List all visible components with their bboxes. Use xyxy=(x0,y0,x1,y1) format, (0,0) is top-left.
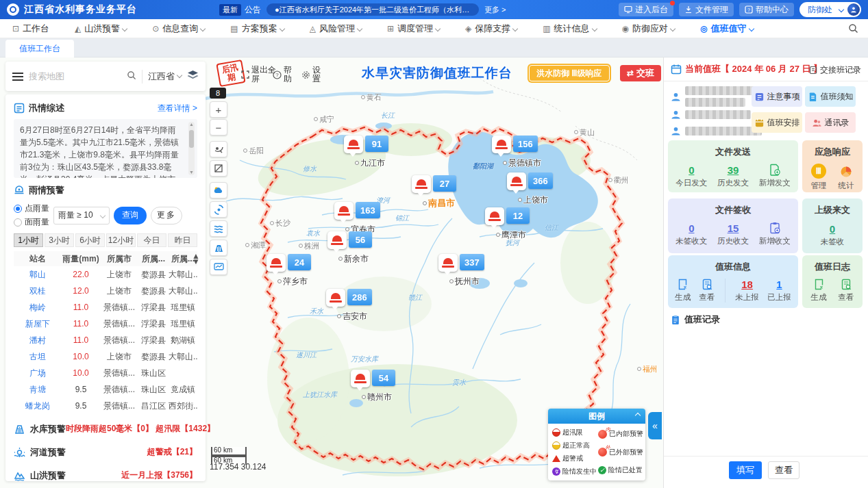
nav-search-icon[interactable] xyxy=(848,23,858,36)
map-marker-yichun[interactable]: 163宜春市 xyxy=(334,202,380,220)
time-tab-3h[interactable]: 3小时 xyxy=(45,233,74,247)
zoom-in-button[interactable]: + xyxy=(210,101,227,118)
reservoir-alert-row[interactable]: 水库预警时段降雨超50毫米【0】 超汛限【1432】 xyxy=(14,420,197,438)
fill-in-button[interactable]: 填写 xyxy=(729,461,762,479)
search-icon[interactable] xyxy=(127,70,136,83)
department-selector[interactable]: 防御处 xyxy=(799,2,861,17)
contacts-button[interactable]: 通讯录 xyxy=(805,112,856,133)
search-input[interactable] xyxy=(29,71,121,81)
flood-response-level-button[interactable]: 洪水防御 Ⅲ级响应 xyxy=(529,65,610,81)
reservoir-layer-button[interactable] xyxy=(210,240,227,256)
map-marker-shangrao[interactable]: 366上饶市 xyxy=(507,172,553,190)
duty-info-view[interactable]: 查看 xyxy=(699,279,715,303)
table-row[interactable]: 双桂12.0上饶市婺源县大鄣山... xyxy=(14,283,197,299)
duty-log-generate[interactable]: 生成 xyxy=(811,279,827,303)
reported-stat[interactable]: 1已上报 xyxy=(767,279,791,303)
emergency-manage-action[interactable]: Ⅲ管理 xyxy=(811,164,827,191)
more-button[interactable]: 更多 xyxy=(151,207,182,224)
monitor-chart-button[interactable] xyxy=(210,259,227,275)
history-sent-stat[interactable]: 39历史发文 xyxy=(717,164,749,188)
weather-layer-button[interactable] xyxy=(210,182,227,198)
query-button[interactable]: 查询 xyxy=(114,207,147,224)
alarm-icon xyxy=(412,175,431,193)
nav-item-workbench[interactable]: ⊡工作台 xyxy=(12,23,49,35)
history-received-stat[interactable]: 15历史收文 xyxy=(717,222,749,246)
enter-backend-button[interactable]: 进入后台 xyxy=(619,3,673,16)
nav-item-support[interactable]: ◈保障支撑 xyxy=(465,23,517,35)
nav-item-defense[interactable]: ◉防御应对 xyxy=(622,23,675,35)
radio-point-rain[interactable]: 点雨量 xyxy=(14,203,49,214)
map-help-button[interactable]: ? 帮助 xyxy=(273,66,296,84)
time-tab-12h[interactable]: 12小时 xyxy=(106,233,136,247)
nav-item-plans[interactable]: ▤方案预案 xyxy=(230,23,284,35)
duty-guide-button[interactable]: 值班须知 xyxy=(805,86,856,107)
summary-detail-link[interactable]: 查看详情 > xyxy=(158,103,197,114)
table-row[interactable]: 广场10.0景德镇...珠山区 xyxy=(14,365,197,381)
map-settings-button[interactable]: 设置 xyxy=(301,66,326,84)
typhoon-layer-button[interactable] xyxy=(210,201,227,218)
notice-more-link[interactable]: 更多 > xyxy=(484,5,506,15)
unsigned-stat[interactable]: 0未签收文 xyxy=(675,222,707,246)
table-row[interactable]: 新屋下11.0景德镇...浮梁县瑶里镇 xyxy=(14,316,197,332)
time-tab-today[interactable]: 今日 xyxy=(137,233,166,247)
map-marker-nanchang[interactable]: 27南昌市 xyxy=(412,175,456,193)
table-scroll-arrows[interactable]: ▲▼ xyxy=(192,253,200,264)
panel-collapse-button[interactable]: « xyxy=(648,412,662,439)
nav-item-info-query[interactable]: ⊙信息查询 xyxy=(152,23,205,35)
measure-tool-button[interactable] xyxy=(210,160,227,177)
map-marker-yingtan[interactable]: 12鹰潭市 xyxy=(485,207,530,225)
flash-flood-alert-row[interactable]: 山洪预警近一月上报【3756】 xyxy=(14,466,197,485)
time-tab-yesterday[interactable]: 昨日 xyxy=(168,233,197,247)
shift-handover-button[interactable]: ⇄交班 xyxy=(620,65,661,81)
river-alert-row[interactable]: 河道预警超警戒【21】 xyxy=(14,443,197,461)
time-tab-6h[interactable]: 6小时 xyxy=(75,233,105,247)
legend-header[interactable]: 图例 xyxy=(548,409,645,424)
map-marker-xinyu[interactable]: 56新余市 xyxy=(327,231,372,249)
map-marker-jiujiang[interactable]: 91九江市 xyxy=(344,136,388,153)
new-send-action[interactable]: 新增发文 xyxy=(759,164,791,188)
layers-icon[interactable] xyxy=(187,70,199,83)
map-marker-jingdezhen[interactable]: 156景德镇市 xyxy=(492,136,538,153)
nav-item-statistics[interactable]: ▥统计信息 xyxy=(543,23,596,35)
user-avatar[interactable] xyxy=(847,3,860,16)
summary-scrollbar[interactable]: ▲▼ xyxy=(188,122,195,175)
map-marker-jian[interactable]: 286吉安市 xyxy=(326,289,372,307)
map-marker-pingxiang[interactable]: 24萍乡市 xyxy=(266,254,311,272)
handover-record-link[interactable]: 交接班记录 xyxy=(809,64,861,76)
satellite-layer-button[interactable] xyxy=(210,141,227,157)
notes-button[interactable]: 注意事项 xyxy=(752,86,802,107)
zoom-out-button[interactable]: − xyxy=(210,119,227,136)
duty-schedule-button[interactable]: 值班安排 xyxy=(752,112,802,133)
time-tab-1h[interactable]: 1小时 xyxy=(14,233,43,247)
map-marker-ganzhou[interactable]: 54赣州市 xyxy=(351,370,395,387)
flow-layer-button[interactable] xyxy=(210,220,227,237)
duty-log-view[interactable]: 查看 xyxy=(839,279,854,303)
tab-duty-workbench[interactable]: 值班工作台 xyxy=(5,40,74,57)
rain-threshold-select[interactable]: 雨量 ≥ 10 xyxy=(53,207,110,224)
table-row[interactable]: 鄣山22.0上饶市婺源县大鄣山... xyxy=(14,266,197,283)
emergency-stats-action[interactable]: 统计 xyxy=(839,165,854,191)
file-management-button[interactable]: 文件管理 xyxy=(679,3,734,16)
duty-info-generate[interactable]: 生成 xyxy=(675,279,691,303)
region-selector[interactable]: 江西省 xyxy=(148,70,182,83)
radio-area-rain[interactable]: 面雨量 xyxy=(14,216,49,228)
nav-item-flash-flood[interactable]: ◭山洪预警 xyxy=(75,23,127,35)
flood-summary-box[interactable]: 6月27日8时至6月27日14时，全省平均降雨量为5.5毫米。其中九江市21.5… xyxy=(14,119,197,178)
nav-item-dispatch[interactable]: ⊞调度管理 xyxy=(387,23,440,35)
nav-item-duty[interactable]: ◎值班值守 xyxy=(700,23,753,35)
table-row[interactable]: 梅岭11.0景德镇...浮梁县瑶里镇 xyxy=(14,299,197,316)
menu-icon[interactable] xyxy=(12,73,23,81)
new-receive-action[interactable]: 新增收文 xyxy=(759,222,791,246)
not-reported-stat[interactable]: 18未上报 xyxy=(735,279,759,303)
notice-text[interactable]: ●江西省水利厅关于2024年第一批二级造价工程师（水利工程... xyxy=(266,3,479,16)
table-row[interactable]: 蟠龙岗9.5景德镇...昌江区西郊街... xyxy=(14,398,197,414)
help-center-button[interactable]: ? 帮助中心 xyxy=(739,3,794,16)
table-row[interactable]: 潘村11.0景德镇...浮梁县鹅湖镇 xyxy=(14,332,197,348)
view-button[interactable]: 查看 xyxy=(768,461,799,479)
today-sent-stat[interactable]: 0今日发文 xyxy=(675,164,707,188)
map-marker-fuzhou[interactable]: 337抚州市 xyxy=(438,254,484,272)
table-row[interactable]: 青塘9.5景德镇...珠山区竟成镇 xyxy=(14,381,197,398)
table-row[interactable]: 古坦10.0上饶市婺源县大鄣山... xyxy=(14,348,197,365)
nav-item-risk[interactable]: ◬风险管理 xyxy=(310,23,362,35)
superior-unsigned-stat[interactable]: 0未签收 xyxy=(821,223,845,247)
